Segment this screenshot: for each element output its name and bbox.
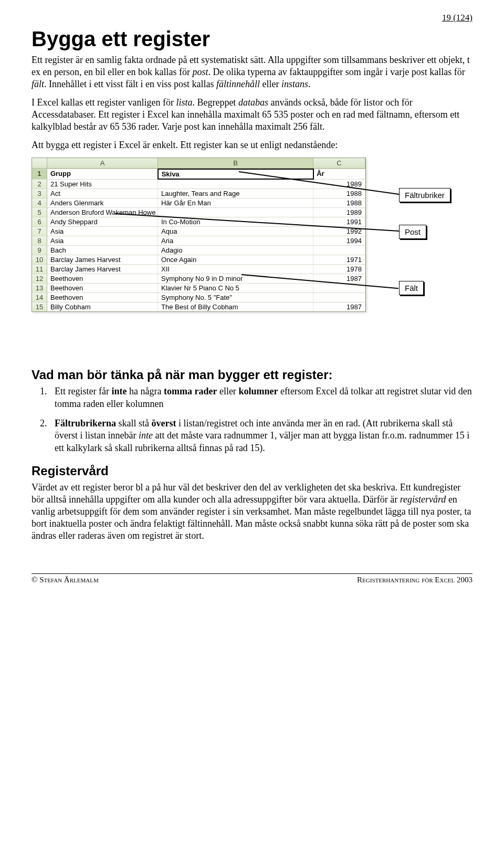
cell-skiva: XII (158, 265, 313, 274)
cell-ar: 1988 (313, 198, 365, 207)
column-header-row: A B C (32, 158, 365, 169)
cell-ar: 1971 (313, 255, 365, 264)
table-row: 7AsiaAqua1992 (32, 226, 365, 236)
cell-skiva (158, 208, 313, 217)
row-number: 15 (32, 302, 47, 311)
row-number: 5 (32, 208, 47, 217)
cell-ar: 1988 (313, 189, 365, 198)
row-number: 7 (32, 227, 47, 236)
cell-skiva: Aqua (158, 227, 313, 236)
row-number: 6 (32, 217, 47, 226)
cell-grupp: Barclay James Harvest (47, 265, 158, 274)
table-row: 4Anders GlenmarkHär Går En Man1988 (32, 198, 365, 207)
page-footer: © Stefan Ärlemalm Registerhantering för … (32, 573, 472, 584)
field-header-ar: År (313, 169, 365, 179)
cell-ar: 1989 (313, 208, 365, 217)
table-row: 11Barclay James HarvestXII1978 (32, 264, 365, 274)
cell-grupp: Billy Cobham (47, 302, 158, 311)
cell-grupp: Beethoven (47, 274, 158, 283)
regvard-heading: Registervård (32, 464, 472, 478)
header-row: 1 Grupp Skiva År (32, 169, 365, 179)
intro-paragraph-3: Att bygga ett register i Excel är enkelt… (32, 139, 472, 151)
cell-skiva: Once Again (158, 255, 313, 264)
document-page: 19 (124) Bygga ett register Ett register… (0, 0, 504, 605)
row-number: 10 (32, 255, 47, 264)
cell-skiva: Symphony No. 5 "Fate" (158, 293, 313, 302)
cell-grupp: Asia (47, 236, 158, 245)
callout-post: Post (399, 225, 426, 239)
row-number: 13 (32, 284, 47, 292)
row-number: 8 (32, 236, 47, 245)
tip-2: Fältrubrikerna skall stå överst i listan… (49, 417, 472, 454)
cell-skiva: Adagio (158, 246, 313, 255)
cell-grupp: 21 Super Hits (47, 180, 158, 189)
row-number: 9 (32, 246, 47, 255)
page-title: Bygga ett register (32, 27, 472, 51)
cell-skiva (158, 180, 313, 189)
cell-skiva: In Co-Motion (158, 217, 313, 226)
col-header-a: A (47, 158, 158, 168)
footer-title: Registerhantering för Excel 2003 (357, 576, 472, 584)
cell-grupp: Anders Glenmark (47, 198, 158, 207)
cell-ar: 1991 (313, 217, 365, 226)
tip-1: Ett register får inte ha några tomma rad… (49, 385, 472, 410)
row-number: 14 (32, 293, 47, 302)
table-row: 13BeethovenKlavier Nr 5 Piano C No 5 (32, 283, 365, 292)
callout-field: Fält (399, 281, 424, 295)
row-number: 11 (32, 265, 47, 274)
row-number: 1 (32, 169, 47, 179)
select-all-corner (32, 158, 47, 168)
cell-ar: 1987 (313, 302, 365, 311)
table-row: 15Billy CobhamThe Best of Billy Cobham19… (32, 302, 365, 311)
cell-grupp: Andy Sheppard (47, 217, 158, 226)
regvard-paragraph: Värdet av ett register beror bl a på hur… (32, 482, 472, 542)
tips-list: Ett register får inte ha några tomma rad… (32, 385, 472, 454)
table-row: 10Barclay James HarvestOnce Again1971 (32, 255, 365, 264)
cell-ar: 1978 (313, 265, 365, 274)
table-row: 9BachAdagio (32, 245, 365, 255)
table-row: 8AsiaAria1994 (32, 236, 365, 245)
table-row: 14BeethovenSymphony No. 5 "Fate" (32, 292, 365, 302)
cell-grupp: Bach (47, 246, 158, 255)
field-header-grupp: Grupp (47, 169, 158, 179)
table-row: 221 Super Hits1989 (32, 179, 365, 189)
excel-screenshot: A B C 1 Grupp Skiva År 221 Super Hits198… (32, 158, 472, 347)
col-header-b: B (158, 158, 313, 168)
row-number: 4 (32, 198, 47, 207)
table-row: 3ActLaughter, Tears and Rage1988 (32, 189, 365, 198)
intro-paragraph-2: I Excel kallas ett register vanligen för… (32, 97, 472, 133)
cell-grupp: Barclay James Harvest (47, 255, 158, 264)
footer-author: © Stefan Ärlemalm (32, 576, 99, 584)
cell-ar (313, 293, 365, 302)
tips-heading: Vad man bör tänka på när man bygger ett … (32, 368, 472, 382)
cell-skiva: Aria (158, 236, 313, 245)
table-row: 12BeethovenSymphony No 9 in D minor1987 (32, 274, 365, 283)
cell-grupp: Beethoven (47, 284, 158, 292)
page-number: 19 (124) (32, 13, 472, 23)
cell-skiva: The Best of Billy Cobham (158, 302, 313, 311)
row-number: 3 (32, 189, 47, 198)
intro-paragraph-1: Ett register är en samlig fakta ordnade … (32, 54, 472, 90)
callout-fieldheaders: Fältrubriker (399, 188, 450, 202)
cell-grupp: Act (47, 189, 158, 198)
cell-ar: 1989 (313, 180, 365, 189)
cell-skiva: Klavier Nr 5 Piano C No 5 (158, 284, 313, 292)
cell-ar (313, 246, 365, 255)
spreadsheet: A B C 1 Grupp Skiva År 221 Super Hits198… (32, 158, 366, 312)
cell-skiva: Här Går En Man (158, 198, 313, 207)
row-number: 12 (32, 274, 47, 283)
table-row: 5Anderson Bruford Wakeman Howe1989 (32, 207, 365, 217)
cell-grupp: Asia (47, 227, 158, 236)
cell-skiva: Laughter, Tears and Rage (158, 189, 313, 198)
row-number: 2 (32, 180, 47, 189)
cell-grupp: Beethoven (47, 293, 158, 302)
col-header-c: C (313, 158, 365, 168)
cell-ar: 1994 (313, 236, 365, 245)
